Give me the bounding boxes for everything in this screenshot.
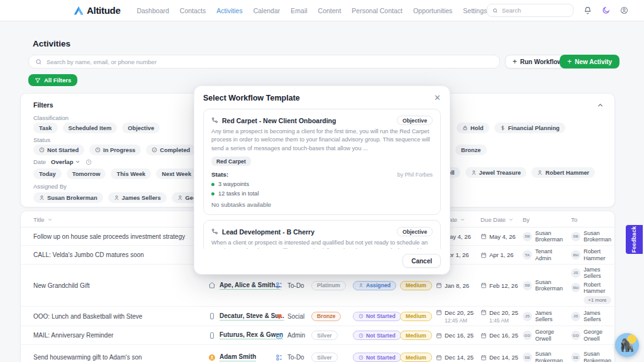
filter-chip-row-right-status: Bronze bbox=[455, 145, 487, 155]
column-header-due-date[interactable]: Due Date bbox=[480, 211, 514, 228]
chip-label: Jewel Treasure bbox=[479, 170, 521, 176]
workflow-stats-label: Stats: bbox=[211, 171, 228, 178]
lock-icon bbox=[462, 125, 468, 131]
filter-chip-hold[interactable]: Hold bbox=[457, 123, 489, 133]
chip-label: Financial Planning bbox=[508, 125, 560, 131]
app-root: Altitude DashboardContactsActivitiesCale… bbox=[0, 0, 644, 362]
contact-name-link[interactable]: Futurus, Rex & Gwen bbox=[219, 331, 283, 339]
avatar: SB bbox=[523, 353, 532, 362]
calendar-icon bbox=[480, 252, 487, 258]
nav-item-activities[interactable]: Activities bbox=[216, 7, 242, 14]
status-badge: Not Started bbox=[353, 331, 401, 340]
column-header-title[interactable]: Title bbox=[33, 211, 53, 228]
chevron-down-icon bbox=[75, 159, 80, 165]
calendar-icon bbox=[436, 332, 442, 339]
contact-name-link[interactable]: Decatur, Steve & Su... bbox=[219, 312, 284, 321]
by-cell: GOGeorge Orwell bbox=[523, 326, 569, 344]
date-text: Feb 12, 26 bbox=[489, 282, 518, 289]
filter-section-label-assigned-by: Assigned By bbox=[33, 183, 67, 190]
activity-title: Send housewarming gift to Adam's son bbox=[33, 345, 142, 362]
filter-chip-scheduled-item[interactable]: Scheduled Item bbox=[63, 123, 118, 133]
workflow-tag: Red Carpet bbox=[211, 156, 251, 166]
filter-chip-susan-brokerman[interactable]: Susan Brokerman bbox=[33, 192, 103, 203]
filter-chip-jewel-treasure[interactable]: Jewel Treasure bbox=[465, 167, 527, 178]
modal-body: Red Carpet - New Client OnboardingObject… bbox=[194, 107, 450, 249]
workflow-badge: Objective bbox=[397, 116, 433, 125]
filter-chip-in-progress[interactable]: In Progress bbox=[89, 145, 141, 155]
chevron-down-icon[interactable] bbox=[460, 217, 465, 222]
filter-chip-objective[interactable]: Objective bbox=[122, 123, 160, 133]
clock-icon bbox=[86, 159, 92, 165]
filter-chip-tomorrow[interactable]: Tomorrow bbox=[67, 168, 106, 179]
avatar: SB bbox=[571, 232, 580, 241]
filter-chip-bronze[interactable]: Bronze bbox=[455, 145, 487, 155]
global-search-input[interactable] bbox=[502, 7, 568, 14]
nav-item-personal-contact[interactable]: Personal Contact bbox=[352, 7, 402, 14]
new-activity-button[interactable]: + New Activity bbox=[560, 55, 619, 69]
chip-label: Hold bbox=[470, 125, 484, 131]
filter-chip-next-week[interactable]: Next Week bbox=[156, 168, 197, 179]
tier-badge: Bronze bbox=[311, 312, 341, 321]
date-mode-dropdown[interactable]: Overlap bbox=[51, 158, 80, 165]
user-account-icon[interactable] bbox=[620, 6, 628, 14]
person-entry: JSJames Sellers bbox=[523, 310, 569, 323]
activities-search[interactable] bbox=[28, 55, 500, 69]
search-icon bbox=[492, 8, 498, 14]
filter-chip-today[interactable]: Today bbox=[33, 168, 62, 179]
table-row[interactable]: MAIL: Anniversary ReminderFuturus, Rex &… bbox=[21, 326, 614, 345]
activity-title: MAIL: Anniversary Reminder bbox=[33, 326, 113, 344]
by-cell: JSJames Sellers bbox=[523, 307, 569, 326]
filter-chip-task[interactable]: Task bbox=[33, 123, 58, 133]
filter-chip-james-sellers[interactable]: James Sellers bbox=[108, 192, 167, 203]
clock-icon bbox=[95, 147, 101, 153]
person-name: Susan Brokerman bbox=[584, 230, 615, 243]
by-cell: SBSusan Brokerman bbox=[523, 228, 569, 245]
nav-item-email[interactable]: Email bbox=[291, 7, 307, 14]
date-text: Dec 14, 25 bbox=[445, 354, 474, 361]
person-icon bbox=[39, 195, 45, 200]
filter-chip-not-started[interactable]: Not Started bbox=[33, 145, 84, 155]
workflow-template-card-red-carpet-new-client-onboarding[interactable]: Red Carpet - New Client OnboardingObject… bbox=[203, 109, 441, 215]
calendar-icon bbox=[480, 332, 487, 339]
filter-chip-robert-hammer[interactable]: Robert Hammer bbox=[531, 167, 595, 178]
cancel-button[interactable]: Cancel bbox=[402, 254, 441, 268]
nav-item-dashboard[interactable]: Dashboard bbox=[136, 7, 169, 14]
feedback-button[interactable]: Feedback bbox=[626, 225, 643, 254]
nav-item-contacts[interactable]: Contacts bbox=[180, 7, 206, 14]
activity-type-cell: To-Do bbox=[275, 345, 304, 362]
table-row[interactable]: OOO: Lunch and Basketball with SteveDeca… bbox=[21, 307, 614, 326]
all-filters-button[interactable]: All Filters bbox=[28, 74, 77, 86]
workflow-icon bbox=[211, 117, 218, 124]
filter-chip-financial-planning[interactable]: Financial Planning bbox=[494, 123, 565, 133]
filter-chip-this-week[interactable]: This Week bbox=[111, 168, 151, 179]
avatar: GO bbox=[571, 331, 580, 340]
avatar: RH bbox=[571, 250, 580, 260]
bell-icon[interactable] bbox=[584, 6, 592, 14]
chevron-down-icon[interactable] bbox=[508, 217, 514, 222]
chat-widget-button[interactable]: 🦍 bbox=[615, 333, 639, 357]
filter-chip-completed[interactable]: Completed bbox=[146, 145, 196, 155]
activity-title: Follow up on house sale proceeds investm… bbox=[33, 228, 185, 245]
avatar: SB bbox=[523, 232, 532, 241]
chevron-up-icon[interactable] bbox=[596, 101, 604, 109]
global-search[interactable] bbox=[487, 4, 574, 17]
contact-name-link[interactable]: Adam Smith bbox=[219, 353, 256, 361]
activity-title: New Grandchild Gift bbox=[33, 265, 89, 306]
avatar: TA bbox=[523, 250, 532, 260]
nav-item-content[interactable]: Content bbox=[318, 7, 341, 14]
table-row[interactable]: Send housewarming gift to Adam's sonAdam… bbox=[21, 345, 614, 362]
nav-item-calendar[interactable]: Calendar bbox=[253, 7, 280, 14]
filter-section-title: Classification bbox=[33, 114, 69, 121]
nav-item-settings[interactable]: Settings bbox=[463, 7, 487, 14]
due-date-cell: May 4, 26 bbox=[480, 228, 516, 245]
activity-type-label: Social bbox=[287, 313, 304, 320]
contact-name-link[interactable]: Ape, Alice & Smith... bbox=[219, 282, 280, 290]
nav-item-opportunities[interactable]: Opportunities bbox=[413, 7, 452, 14]
chevron-down-icon[interactable] bbox=[47, 217, 53, 222]
more-people-badge[interactable]: +1 more bbox=[584, 296, 611, 304]
dark-mode-toggle-icon[interactable] bbox=[602, 6, 610, 14]
close-icon[interactable]: ✕ bbox=[434, 94, 441, 102]
workflow-template-card-lead-development-b-cherry[interactable]: Lead Development - B CherryObjectiveWhen… bbox=[203, 220, 441, 249]
brand-logo[interactable]: Altitude bbox=[73, 5, 120, 16]
activities-search-input[interactable] bbox=[47, 58, 493, 65]
